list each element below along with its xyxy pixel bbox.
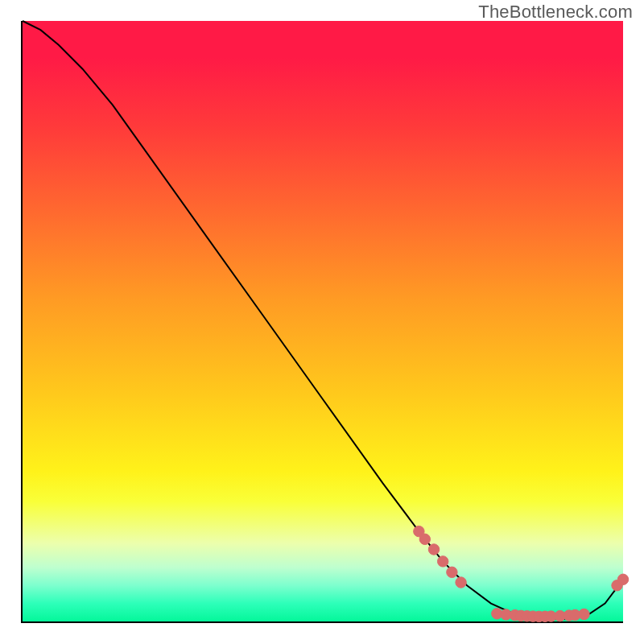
plot-area [21, 21, 623, 623]
data-marker [456, 577, 466, 588]
data-marker [437, 556, 448, 567]
data-marker [447, 567, 457, 577]
data-marker [428, 544, 439, 555]
chart-container: TheBottleneck.com [0, 0, 644, 644]
watermark-text: TheBottleneck.com [478, 2, 633, 23]
data-marker [579, 609, 589, 619]
data-marker [419, 534, 430, 544]
data-marker [617, 574, 628, 584]
data-line [23, 21, 623, 619]
data-markers [414, 526, 629, 621]
chart-svg [23, 21, 623, 621]
